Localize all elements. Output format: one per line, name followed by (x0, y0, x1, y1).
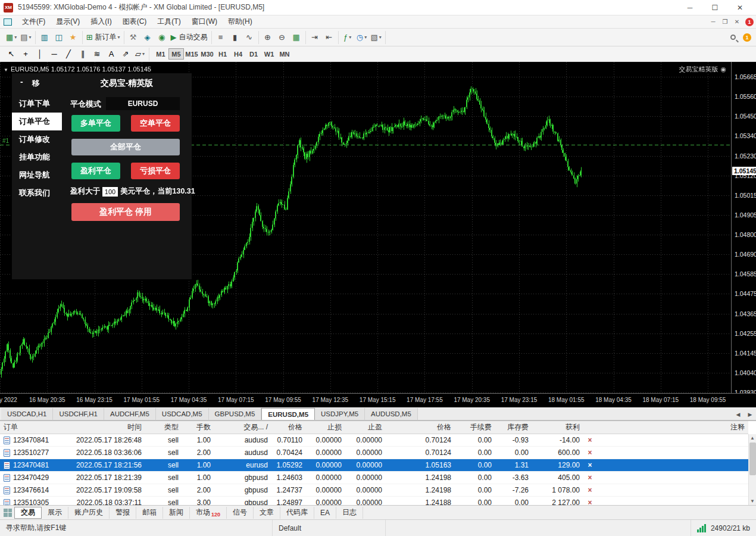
candlestick-chart-button[interactable]: ▮ (228, 31, 242, 44)
line-chart-button[interactable]: ∿ (242, 31, 257, 44)
column-header-sl[interactable]: 止损 (306, 421, 345, 434)
chart-tab-EURUSD,M5[interactable]: EURUSD,M5 (261, 408, 315, 420)
timeframe-D1[interactable]: D1 (246, 48, 261, 60)
bottom-tab-邮箱[interactable]: 邮箱 (136, 507, 163, 519)
bottom-tab-警报[interactable]: 警报 (110, 507, 136, 519)
column-header-comment[interactable]: 注释 (596, 421, 748, 434)
table-row[interactable]: 1234704292022.05.17 18:21:39sell1.00gbpu… (0, 472, 748, 484)
close-order-button[interactable]: × (588, 473, 592, 482)
menu-item-工具T[interactable]: 工具(T) (152, 15, 186, 28)
column-header-commission[interactable]: 手续费 (455, 421, 495, 434)
maximize-button[interactable]: ☐ (702, 1, 727, 15)
close-all-button[interactable]: 全部平仓 (71, 139, 180, 155)
column-header-price2[interactable]: 价格 (386, 421, 455, 434)
timeframe-M1[interactable]: M1 (153, 48, 168, 60)
menu-item-插入I[interactable]: 插入(I) (85, 15, 117, 28)
profiles-button[interactable]: ▤▾ (18, 31, 33, 44)
bottom-tab-展示[interactable]: 展示 (42, 507, 68, 519)
timeframe-MN[interactable]: MN (277, 48, 292, 60)
toolbar-notification-badge[interactable]: 1 (743, 33, 751, 42)
menu-item-窗口W[interactable]: 窗口(W) (186, 15, 223, 28)
bottom-tab-市场[interactable]: 市场120 (190, 507, 227, 519)
cursor-tool[interactable]: ↖ (4, 48, 18, 61)
new-chart-button[interactable]: ▦▾ (4, 31, 18, 44)
timeframe-M5[interactable]: M5 (168, 48, 184, 60)
indicators-button[interactable]: ƒ▾ (340, 31, 355, 44)
shapes-tool-dropdown-icon[interactable]: ▾ (142, 51, 145, 57)
time-axis[interactable]: 16 May 202216 May 20:3516 May 23:1517 Ma… (0, 393, 756, 407)
child-minimize-button[interactable]: ─ (707, 17, 719, 27)
column-header-lots[interactable]: 手数 (182, 421, 214, 434)
chart-tab-USDCHF,H1[interactable]: USDCHF,H1 (53, 408, 104, 420)
ea-symbol-display[interactable]: EURUSD (106, 97, 180, 110)
vertical-line-tool[interactable]: │ (33, 48, 47, 61)
horizontal-line-tool[interactable]: ─ (47, 48, 61, 61)
menu-item-帮助H[interactable]: 帮助(H) (223, 15, 258, 28)
chart-area[interactable]: ▼EURUSD,M5 1.05172 1.05176 1.05137 1.051… (0, 62, 756, 407)
timeframe-H4[interactable]: H4 (230, 48, 246, 60)
column-header-tp[interactable]: 止盈 (345, 421, 386, 434)
bottom-tab-文章[interactable]: 文章 (254, 507, 280, 519)
menu-item-图表C[interactable]: 图表(C) (117, 15, 152, 28)
table-row[interactable]: 1235102772022.05.18 03:36:06sell2.00audu… (0, 447, 748, 459)
arrow-tool[interactable]: ⇗ (118, 48, 133, 61)
channel-tool[interactable]: ∥ (76, 48, 90, 61)
menu-item-显示V[interactable]: 显示(V) (51, 15, 85, 28)
zoom-out-button[interactable]: ⊖ (275, 31, 289, 44)
profit-close-toggle-button[interactable]: 盈利平仓 停用 (71, 203, 180, 221)
timeframe-H1[interactable]: H1 (215, 48, 230, 60)
scroll-up-icon[interactable]: ▲ (749, 434, 756, 442)
ea-menu-item-挂单功能[interactable]: 挂单功能 (12, 148, 62, 166)
close-order-button[interactable]: × (588, 436, 592, 444)
market-watch-button[interactable]: ▥ (38, 31, 52, 44)
ea-menu-item-订单下单[interactable]: 订单下单 (12, 95, 62, 113)
timeframe-W1[interactable]: W1 (261, 48, 277, 60)
profiles-button-dropdown-icon[interactable]: ▾ (29, 35, 32, 40)
ea-move-handle[interactable]: 移 (32, 78, 40, 89)
close-profit-button[interactable]: 盈利平仓 (71, 163, 120, 179)
ea-menu-item-网址导航[interactable]: 网址导航 (12, 166, 62, 184)
timeframe-M30[interactable]: M30 (199, 48, 215, 60)
tabs-scroll-left-icon[interactable]: ◀ (732, 409, 744, 420)
bottom-tab-新闻[interactable]: 新闻 (163, 507, 190, 519)
column-header-swap[interactable]: 库存费 (495, 421, 532, 434)
new-chart-button-dropdown-icon[interactable]: ▾ (14, 35, 17, 40)
close-short-button[interactable]: 空单平仓 (131, 115, 180, 132)
table-row[interactable]: 1234708412022.05.17 18:26:48sell1.00audu… (0, 434, 748, 447)
tile-windows-button[interactable]: ▦ (289, 31, 304, 44)
column-header-type[interactable]: 类型 (145, 421, 182, 434)
child-close-button[interactable]: ✕ (731, 17, 743, 27)
ea-menu-item-联系我们[interactable]: 联系我们 (12, 184, 62, 202)
close-order-button[interactable]: × (588, 486, 592, 494)
minimize-button[interactable]: ─ (677, 1, 702, 15)
bottom-tab-交易[interactable]: 交易 (14, 507, 42, 519)
ea-menu-item-订单修改[interactable]: 订单修改 (12, 130, 62, 148)
table-row[interactable]: 1234766142022.05.17 19:09:58sell2.00gbpu… (0, 484, 748, 497)
column-header-order[interactable]: 订单 (0, 421, 67, 434)
column-header-symbol[interactable]: 交易... / (214, 421, 271, 434)
indicators-button-dropdown-icon[interactable]: ▾ (349, 35, 351, 40)
timeframe-M15[interactable]: M15 (184, 48, 199, 60)
terminal-nav-icon[interactable] (4, 509, 12, 517)
column-header-price[interactable]: 价格 (271, 421, 306, 434)
mql5-community-button[interactable]: ◉ (155, 31, 169, 44)
bottom-tab-日志[interactable]: 日志 (336, 507, 363, 519)
table-row[interactable]: 1234704812022.05.17 18:21:56sell1.00euru… (0, 459, 748, 472)
close-order-button[interactable]: × (588, 498, 592, 505)
search-icon[interactable] (730, 35, 736, 40)
scrollbar-thumb[interactable] (749, 442, 756, 475)
templates-button-dropdown-icon[interactable]: ▾ (379, 35, 382, 40)
chart-tab-AUDUSD,M5[interactable]: AUDUSD,M5 (365, 408, 418, 420)
scroll-down-icon[interactable]: ▼ (749, 497, 756, 505)
text-tool[interactable]: A (104, 48, 118, 61)
close-button[interactable]: ✕ (727, 1, 752, 15)
strategy-tester-button[interactable]: ⚒ (126, 31, 140, 44)
menu-item-文件F[interactable]: 文件(F) (17, 15, 51, 28)
autotrading-button[interactable]: ▶自动交易 (169, 31, 210, 44)
chart-tab-USDCAD,M5[interactable]: USDCAD,M5 (156, 408, 209, 420)
bottom-tab-EA[interactable]: EA (314, 507, 336, 519)
bottom-tab-代码库[interactable]: 代码库 (280, 507, 314, 519)
new-order-button-dropdown-icon[interactable]: ▾ (118, 35, 120, 40)
price-scale[interactable]: 1.056651.055601.054501.053401.052301.051… (731, 62, 756, 393)
crosshair-tool[interactable]: + (18, 48, 33, 61)
